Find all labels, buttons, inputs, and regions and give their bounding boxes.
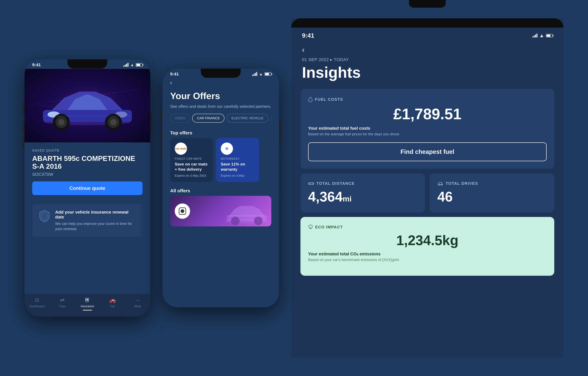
phone1-status-icons: ▲ [123, 63, 142, 67]
svg-point-18 [231, 217, 240, 225]
offer-desc-1: Save on car mats + free delivery [175, 162, 208, 172]
insights-top-bar [291, 18, 564, 28]
all-offers-label: All offers [170, 185, 271, 196]
chip-car-finance-label: CAR FINANCE [197, 116, 220, 120]
phone2-battery-icon [265, 73, 271, 76]
phone2-screen: 9:41 ▲ ‹ [163, 69, 279, 307]
eco-impact-subdesc: Based on your car's benchmark emissions … [308, 258, 547, 262]
offer-card-2[interactable]: M MOTOREASY Save 11% on warranty Expires… [216, 138, 259, 182]
phone2-time: 9:41 [170, 72, 179, 77]
svg-marker-16 [229, 206, 265, 217]
trips-nav-icon: ⇌ [60, 297, 65, 303]
offers-header: Your Offers See offers and deals from ou… [163, 88, 279, 127]
car-plate: SOC37SW [32, 172, 142, 177]
total-drives-label: TOTAL DRIVES [437, 181, 547, 186]
phone1-time: 9:41 [32, 63, 41, 67]
phone2-back-icon: ‹ [170, 80, 172, 86]
car-nav-icon: 🚗 [109, 297, 116, 303]
motoreasy-logo: M [221, 143, 232, 154]
insights-signal [532, 34, 537, 38]
phone1-battery-icon [136, 63, 142, 67]
insurance-nav-icon: ⛨ [85, 297, 90, 303]
insurance-banner: Add your vehicle insurance renewal date … [32, 204, 142, 237]
phone2-back-button[interactable]: ‹ [163, 78, 279, 88]
phone2-signal [252, 72, 257, 76]
insights-back-button[interactable]: ‹ [291, 42, 564, 57]
insurance-title: Add your vehicle insurance renewal date [55, 210, 136, 219]
chip-car-finance[interactable]: CAR FINANCE [192, 114, 224, 123]
insights-back-icon: ‹ [302, 45, 305, 54]
phone1-screen: 9:41 ▲ [24, 59, 150, 317]
phone2-wifi-icon: ▲ [259, 72, 263, 76]
svg-point-14 [181, 209, 184, 213]
more-nav-label: More [134, 304, 141, 308]
eco-impact-label: ECO IMPACT [308, 225, 547, 230]
phone-dashboard: 9:41 ▲ [24, 59, 150, 317]
offers-subtitle: See offers and deals from our carefully … [170, 104, 271, 109]
continue-quote-button[interactable]: Continue quote [32, 181, 142, 195]
chip-electric-label: ELECTRIC VEHICLE [231, 116, 263, 120]
fuel-costs-label: FUEL COSTS [308, 97, 547, 102]
total-distance-value: 4,364mi [308, 189, 417, 205]
more-nav-icon: ··· [135, 297, 140, 303]
svg-point-19 [254, 217, 262, 225]
car-model-name: ABARTH 595c COMPETIZIONE S-A 2016 [32, 155, 142, 170]
filter-chips: ORIES CAR FINANCE ELECTRIC VEHICLE EXPER… [170, 114, 271, 123]
motoreasy-logo-text: M [226, 147, 228, 151]
all-offers-card[interactable] [170, 196, 271, 226]
phone1-notch [67, 59, 107, 69]
offer-expiry-1: Expires on 3 May 2023 [175, 174, 208, 178]
offers-title: Your Offers [170, 91, 271, 101]
svg-point-24 [441, 184, 442, 186]
phone1-signal [123, 63, 129, 67]
offer-brand-2: MOTOREASY [221, 157, 254, 160]
drives-icon [437, 181, 444, 186]
trips-nav-label: Trips [59, 304, 65, 308]
insights-panel: 9:41 ▲ ‹ 01 SEP 2022 ▸ TODAY Insights [291, 28, 564, 358]
fuel-drop-icon [308, 97, 313, 102]
bottom-nav: ⊙ Dashboard ⇌ Trips ⛨ Insurance [24, 294, 150, 317]
chip-electric[interactable]: ELECTRIC VEHICLE [227, 114, 268, 123]
top-offers-label: Top offers [163, 127, 279, 138]
offer-card-1[interactable]: car mats FINEST CAR MATS Save on car mat… [170, 138, 213, 182]
offer-desc-2: Save 11% on warranty [221, 162, 254, 172]
car-hero-image [24, 69, 150, 142]
total-drives-value: 46 [437, 189, 547, 205]
fuel-costs-subdesc: Based on the average fuel prices for the… [308, 132, 547, 136]
svg-point-21 [309, 183, 310, 184]
scene: 9:41 ▲ [0, 0, 588, 376]
find-cheapest-fuel-button[interactable]: Find cheapest fuel [308, 142, 547, 161]
insights-battery-icon [546, 34, 553, 37]
nav-active-indicator [83, 310, 92, 311]
nav-car[interactable]: 🚗 Car [100, 297, 125, 311]
insights-wifi-icon: ▲ [539, 33, 544, 38]
eco-impact-desc: Your estimated total CO₂ emissions [308, 251, 547, 256]
total-distance-label: TOTAL DISTANCE [308, 181, 417, 186]
offer-logo-2: M [221, 143, 233, 155]
insurance-text: Add your vehicle insurance renewal date … [55, 210, 136, 231]
insights-time: 9:41 [302, 32, 314, 39]
nav-dashboard[interactable]: ⊙ Dashboard [24, 297, 50, 311]
shield-icon [38, 210, 51, 222]
car-nav-label: Car [110, 304, 115, 308]
saved-quote-label: SAVED QUOTE [32, 148, 142, 153]
dashboard-nav-label: Dashboard [30, 304, 45, 308]
chip-experi[interactable]: EXPERI [271, 114, 271, 123]
nav-insurance[interactable]: ⛨ Insurance [75, 297, 100, 311]
chip-accessories[interactable]: ORIES [170, 114, 190, 123]
svg-point-23 [438, 184, 440, 186]
fuel-costs-value: £1,789.51 [308, 105, 547, 123]
svg-point-8 [58, 119, 64, 125]
phone2-notch [201, 69, 241, 78]
nav-more[interactable]: ··· More [125, 297, 150, 311]
insurance-nav-label: Insurance [81, 304, 94, 308]
all-offers-bg-car [222, 198, 271, 226]
insights-panel-wrapper: 9:41 ▲ ‹ 01 SEP 2022 ▸ TODAY Insights [291, 18, 564, 358]
phones-group: 9:41 ▲ [24, 59, 279, 317]
nav-trips[interactable]: ⇌ Trips [50, 297, 75, 311]
insights-status-bar: 9:41 ▲ [291, 28, 564, 42]
total-drives-card: TOTAL DRIVES 46 [430, 173, 554, 212]
car-svg [34, 79, 141, 132]
eco-impact-value: 1,234.5kg [308, 232, 547, 248]
offers-cards: car mats FINEST CAR MATS Save on car mat… [163, 138, 279, 182]
